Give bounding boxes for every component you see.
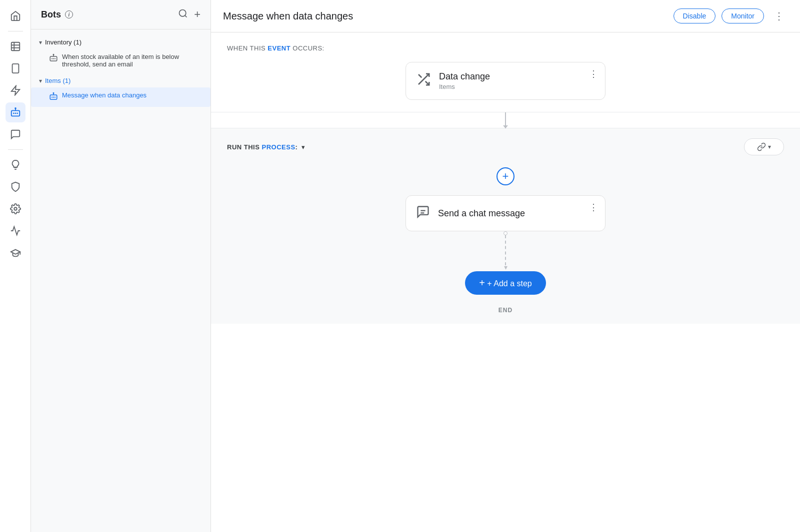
header-actions: Disable Monitor ⋮ — [674, 7, 788, 25]
add-bot-icon[interactable]: + — [194, 8, 200, 21]
svg-rect-4 — [12, 64, 18, 73]
process-header: Run this PROCESS: ▾ ▾ — [227, 138, 784, 155]
flow-canvas: When this EVENT occurs: ⋮ Data change It… — [211, 32, 800, 532]
sidebar-item-shield[interactable] — [6, 177, 26, 197]
section-connector — [211, 112, 800, 128]
process-card-title: Send a chat message — [438, 208, 525, 219]
sidebar-group-inventory: ▾ Inventory (1) When stock available of … — [31, 35, 210, 72]
dashed-connector: ▾ — [227, 231, 784, 271]
monitor-button[interactable]: Monitor — [722, 8, 764, 23]
event-card-title: Data change — [439, 71, 490, 82]
items-bot-label: Message when data changes — [62, 91, 146, 99]
event-card[interactable]: ⋮ Data change Items — [406, 62, 606, 100]
sidebar-item-analytics[interactable] — [6, 221, 26, 241]
search-icon[interactable] — [178, 8, 188, 21]
icon-bar-divider-1 — [8, 31, 23, 31]
main-content: Message when data changes Disable Monito… — [211, 0, 800, 532]
sidebar-group-items-header[interactable]: ▾ Items (1) — [31, 74, 210, 87]
items-group-label: Items (1) — [45, 77, 70, 84]
svg-point-8 — [15, 108, 16, 109]
dash-arrow: ▾ — [504, 263, 508, 271]
sidebar-item-message-data-changes[interactable]: Message when data changes — [31, 87, 210, 107]
sidebar: Bots i + ▾ Inventory (1) When stock avai… — [31, 0, 211, 532]
more-options-button[interactable]: ⋮ — [770, 7, 788, 25]
icon-bar — [0, 0, 31, 532]
svg-marker-6 — [11, 86, 20, 95]
svg-line-14 — [185, 15, 187, 17]
plus-icon-add-step: + — [479, 277, 485, 288]
event-card-menu[interactable]: ⋮ — [589, 68, 598, 79]
chevron-down-icon-inventory: ▾ — [39, 39, 42, 46]
sidebar-item-home[interactable] — [6, 6, 26, 26]
sidebar-item-lightning[interactable] — [6, 80, 26, 100]
data-change-icon — [416, 72, 431, 90]
inventory-bot-label: When stock available of an item is below… — [62, 53, 202, 68]
add-step-circle-area: + — [227, 167, 784, 185]
sidebar-item-graduation[interactable] — [6, 243, 26, 263]
bot-icon-items — [49, 92, 58, 103]
disable-button[interactable]: Disable — [674, 8, 716, 23]
process-card-content: Send a chat message — [438, 208, 525, 219]
add-step-label: + Add a step — [487, 279, 532, 288]
process-card[interactable]: ⋮ Send a chat message — [406, 195, 606, 231]
sidebar-item-inventory-bot[interactable]: When stock available of an item is below… — [31, 49, 210, 72]
process-label-area: Run this PROCESS: ▾ — [227, 143, 305, 151]
info-icon[interactable]: i — [65, 10, 73, 18]
chevron-down-icon-link: ▾ — [768, 143, 771, 150]
sidebar-item-lightbulb[interactable] — [6, 155, 26, 175]
icon-bar-divider-2 — [8, 149, 23, 150]
process-controls: ▾ — [744, 138, 784, 155]
svg-point-13 — [180, 9, 186, 16]
sidebar-group-items: ▾ Items (1) Message when data changes — [31, 74, 210, 107]
end-label: END — [227, 307, 784, 314]
bot-icon-inventory — [49, 53, 58, 64]
main-header: Message when data changes Disable Monito… — [211, 0, 800, 32]
link-button[interactable]: ▾ — [744, 138, 784, 155]
chevron-down-icon-items: ▾ — [39, 77, 42, 84]
chat-icon — [416, 205, 430, 222]
dash-circle-top — [504, 231, 508, 235]
sidebar-content: ▾ Inventory (1) When stock available of … — [31, 29, 210, 532]
svg-point-12 — [14, 207, 17, 210]
sidebar-item-mobile[interactable] — [6, 58, 26, 78]
sidebar-item-settings[interactable] — [6, 199, 26, 219]
sidebar-item-bots[interactable] — [6, 102, 26, 122]
chevron-down-icon-process: ▾ — [302, 143, 305, 151]
circle-add-button[interactable]: + — [496, 167, 514, 185]
event-card-subtitle: Items — [439, 83, 490, 90]
svg-rect-0 — [11, 42, 20, 51]
sidebar-group-inventory-header[interactable]: ▾ Inventory (1) — [31, 35, 210, 49]
event-section-label: When this EVENT occurs: — [227, 44, 784, 52]
process-dropdown[interactable]: ▾ — [302, 143, 305, 151]
process-section: Run this PROCESS: ▾ ▾ — [211, 128, 800, 324]
svg-point-21 — [53, 93, 54, 94]
add-step-button[interactable]: + + Add a step — [465, 271, 546, 295]
event-section: When this EVENT occurs: ⋮ Data change It… — [211, 32, 800, 112]
bots-title: Bots — [41, 9, 61, 20]
svg-point-16 — [53, 54, 54, 55]
sidebar-actions: + — [178, 8, 200, 21]
dash-line — [505, 235, 506, 265]
sidebar-title-area: Bots i — [41, 9, 73, 20]
sidebar-item-table[interactable] — [6, 36, 26, 56]
process-label: Run this PROCESS: — [227, 143, 298, 151]
svg-marker-26 — [503, 125, 508, 128]
page-title: Message when data changes — [223, 10, 353, 22]
process-card-menu[interactable]: ⋮ — [589, 202, 598, 213]
sidebar-header: Bots i + — [31, 0, 210, 29]
inventory-group-label: Inventory (1) — [45, 38, 82, 46]
event-card-content: Data change Items — [439, 71, 490, 90]
sidebar-item-chat[interactable] — [6, 124, 26, 144]
